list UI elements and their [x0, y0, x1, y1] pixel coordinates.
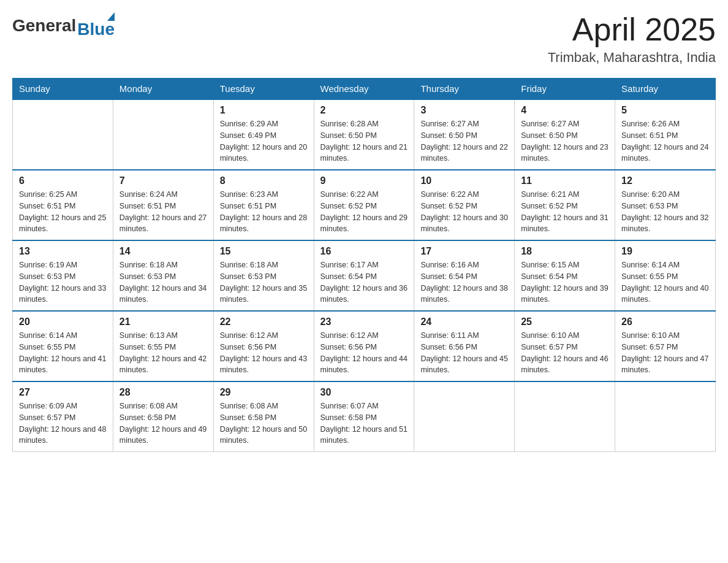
calendar-cell: 3Sunrise: 6:27 AMSunset: 6:50 PMDaylight…: [414, 99, 515, 170]
month-title: April 2025: [548, 12, 716, 47]
column-header-friday: Friday: [515, 79, 615, 100]
calendar-cell: [414, 381, 515, 452]
day-info: Sunrise: 6:21 AMSunset: 6:52 PMDaylight:…: [521, 189, 609, 235]
logo-blue-part: Blue: [77, 12, 115, 39]
day-info: Sunrise: 6:08 AMSunset: 6:58 PMDaylight:…: [220, 400, 308, 446]
day-number: 24: [420, 316, 508, 327]
calendar-cell: [615, 381, 716, 452]
day-number: 29: [220, 387, 308, 398]
calendar-cell: 1Sunrise: 6:29 AMSunset: 6:49 PMDaylight…: [213, 99, 314, 170]
calendar-cell: 23Sunrise: 6:12 AMSunset: 6:56 PMDayligh…: [314, 311, 414, 381]
day-number: 13: [19, 246, 107, 257]
calendar-cell: 27Sunrise: 6:09 AMSunset: 6:57 PMDayligh…: [13, 381, 113, 452]
day-info: Sunrise: 6:13 AMSunset: 6:55 PMDaylight:…: [119, 330, 207, 376]
day-info: Sunrise: 6:19 AMSunset: 6:53 PMDaylight:…: [19, 259, 107, 305]
day-number: 6: [19, 175, 107, 186]
calendar-cell: 18Sunrise: 6:15 AMSunset: 6:54 PMDayligh…: [515, 240, 615, 311]
calendar-cell: [113, 99, 213, 170]
logo: General Blue: [12, 12, 115, 39]
day-number: 12: [621, 175, 709, 186]
week-row-2: 6Sunrise: 6:25 AMSunset: 6:51 PMDaylight…: [13, 170, 716, 240]
day-number: 28: [119, 387, 207, 398]
day-info: Sunrise: 6:14 AMSunset: 6:55 PMDaylight:…: [19, 330, 107, 376]
calendar-cell: 10Sunrise: 6:22 AMSunset: 6:52 PMDayligh…: [414, 170, 515, 240]
calendar-cell: 30Sunrise: 6:07 AMSunset: 6:58 PMDayligh…: [314, 381, 414, 452]
calendar-cell: 16Sunrise: 6:17 AMSunset: 6:54 PMDayligh…: [314, 240, 414, 311]
day-info: Sunrise: 6:22 AMSunset: 6:52 PMDaylight:…: [320, 189, 408, 235]
day-number: 15: [220, 246, 308, 257]
logo-blue-text: Blue: [77, 20, 115, 39]
calendar-cell: 9Sunrise: 6:22 AMSunset: 6:52 PMDaylight…: [314, 170, 414, 240]
day-info: Sunrise: 6:25 AMSunset: 6:51 PMDaylight:…: [19, 189, 107, 235]
calendar-table: SundayMondayTuesdayWednesdayThursdayFrid…: [12, 78, 716, 452]
calendar-cell: 14Sunrise: 6:18 AMSunset: 6:53 PMDayligh…: [113, 240, 213, 311]
day-info: Sunrise: 6:23 AMSunset: 6:51 PMDaylight:…: [220, 189, 308, 235]
calendar-cell: 8Sunrise: 6:23 AMSunset: 6:51 PMDaylight…: [213, 170, 314, 240]
column-header-monday: Monday: [113, 79, 213, 100]
day-info: Sunrise: 6:18 AMSunset: 6:53 PMDaylight:…: [220, 259, 308, 305]
day-info: Sunrise: 6:15 AMSunset: 6:54 PMDaylight:…: [521, 259, 609, 305]
day-info: Sunrise: 6:17 AMSunset: 6:54 PMDaylight:…: [320, 259, 408, 305]
day-number: 8: [220, 175, 308, 186]
day-number: 14: [119, 246, 207, 257]
day-info: Sunrise: 6:28 AMSunset: 6:50 PMDaylight:…: [320, 118, 408, 164]
day-number: 22: [220, 316, 308, 327]
page-header: General Blue April 2025 Trimbak, Maharas…: [12, 12, 716, 66]
calendar-cell: 4Sunrise: 6:27 AMSunset: 6:50 PMDaylight…: [515, 99, 615, 170]
day-number: 18: [521, 246, 609, 257]
week-row-3: 13Sunrise: 6:19 AMSunset: 6:53 PMDayligh…: [13, 240, 716, 311]
calendar-cell: 2Sunrise: 6:28 AMSunset: 6:50 PMDaylight…: [314, 99, 414, 170]
day-number: 27: [19, 387, 107, 398]
day-number: 1: [220, 105, 308, 116]
day-number: 19: [621, 246, 709, 257]
calendar-cell: 22Sunrise: 6:12 AMSunset: 6:56 PMDayligh…: [213, 311, 314, 381]
day-number: 11: [521, 175, 609, 186]
day-info: Sunrise: 6:26 AMSunset: 6:51 PMDaylight:…: [621, 118, 709, 164]
day-number: 17: [420, 246, 508, 257]
day-number: 10: [420, 175, 508, 186]
day-info: Sunrise: 6:07 AMSunset: 6:58 PMDaylight:…: [320, 400, 408, 446]
title-block: April 2025 Trimbak, Maharashtra, India: [548, 12, 716, 66]
day-number: 30: [320, 387, 408, 398]
column-header-wednesday: Wednesday: [314, 79, 414, 100]
day-info: Sunrise: 6:08 AMSunset: 6:58 PMDaylight:…: [119, 400, 207, 446]
day-info: Sunrise: 6:10 AMSunset: 6:57 PMDaylight:…: [521, 330, 609, 376]
day-info: Sunrise: 6:24 AMSunset: 6:51 PMDaylight:…: [119, 189, 207, 235]
day-number: 16: [320, 246, 408, 257]
day-info: Sunrise: 6:10 AMSunset: 6:57 PMDaylight:…: [621, 330, 709, 376]
day-number: 26: [621, 316, 709, 327]
calendar-cell: 26Sunrise: 6:10 AMSunset: 6:57 PMDayligh…: [615, 311, 716, 381]
week-row-5: 27Sunrise: 6:09 AMSunset: 6:57 PMDayligh…: [13, 381, 716, 452]
day-number: 23: [320, 316, 408, 327]
day-info: Sunrise: 6:16 AMSunset: 6:54 PMDaylight:…: [420, 259, 508, 305]
day-number: 2: [320, 105, 408, 116]
column-header-tuesday: Tuesday: [213, 79, 314, 100]
calendar-cell: 19Sunrise: 6:14 AMSunset: 6:55 PMDayligh…: [615, 240, 716, 311]
day-info: Sunrise: 6:11 AMSunset: 6:56 PMDaylight:…: [420, 330, 508, 376]
day-number: 25: [521, 316, 609, 327]
header-row: SundayMondayTuesdayWednesdayThursdayFrid…: [13, 79, 716, 100]
day-info: Sunrise: 6:12 AMSunset: 6:56 PMDaylight:…: [220, 330, 308, 376]
calendar-cell: 11Sunrise: 6:21 AMSunset: 6:52 PMDayligh…: [515, 170, 615, 240]
week-row-1: 1Sunrise: 6:29 AMSunset: 6:49 PMDaylight…: [13, 99, 716, 170]
day-info: Sunrise: 6:29 AMSunset: 6:49 PMDaylight:…: [220, 118, 308, 164]
logo-general-text: General: [12, 16, 76, 36]
week-row-4: 20Sunrise: 6:14 AMSunset: 6:55 PMDayligh…: [13, 311, 716, 381]
calendar-cell: 24Sunrise: 6:11 AMSunset: 6:56 PMDayligh…: [414, 311, 515, 381]
day-info: Sunrise: 6:14 AMSunset: 6:55 PMDaylight:…: [621, 259, 709, 305]
day-number: 5: [621, 105, 709, 116]
calendar-cell: 25Sunrise: 6:10 AMSunset: 6:57 PMDayligh…: [515, 311, 615, 381]
calendar-cell: 6Sunrise: 6:25 AMSunset: 6:51 PMDaylight…: [13, 170, 113, 240]
calendar-cell: 7Sunrise: 6:24 AMSunset: 6:51 PMDaylight…: [113, 170, 213, 240]
day-number: 9: [320, 175, 408, 186]
day-number: 21: [119, 316, 207, 327]
calendar-cell: [13, 99, 113, 170]
calendar-cell: 28Sunrise: 6:08 AMSunset: 6:58 PMDayligh…: [113, 381, 213, 452]
calendar-cell: 29Sunrise: 6:08 AMSunset: 6:58 PMDayligh…: [213, 381, 314, 452]
day-number: 4: [521, 105, 609, 116]
day-info: Sunrise: 6:27 AMSunset: 6:50 PMDaylight:…: [420, 118, 508, 164]
column-header-sunday: Sunday: [13, 79, 113, 100]
day-number: 3: [420, 105, 508, 116]
calendar-cell: 20Sunrise: 6:14 AMSunset: 6:55 PMDayligh…: [13, 311, 113, 381]
calendar-cell: 15Sunrise: 6:18 AMSunset: 6:53 PMDayligh…: [213, 240, 314, 311]
